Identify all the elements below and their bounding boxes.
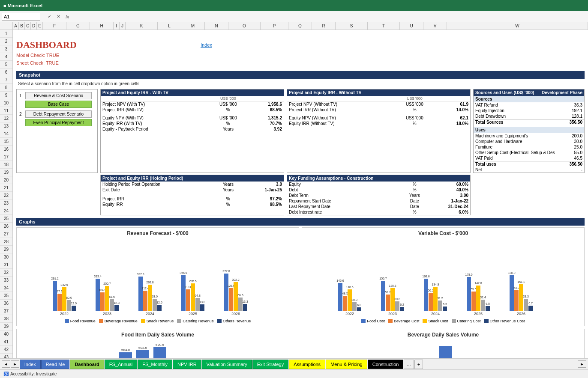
row-num-33[interactable]: 33 [0, 277, 12, 284]
tab-menu-pricing[interactable]: Menu & Pricing [326, 360, 367, 369]
row-num-6[interactable]: 6 [0, 68, 12, 76]
holding-row-1: Holding Period Post Operation Years 3.0 [101, 182, 284, 187]
tab-more[interactable]: ... [404, 360, 414, 369]
row-num-34[interactable]: 34 [0, 284, 12, 292]
svg-text:2023: 2023 [103, 312, 111, 316]
row-num-22[interactable]: 22 [0, 192, 12, 199]
svg-rect-58 [438, 301, 442, 311]
row-num-2[interactable]: 2 [0, 38, 12, 45]
row-num-26[interactable]: 26 [0, 223, 12, 230]
col-f[interactable]: F [43, 22, 66, 30]
col-k[interactable]: K [126, 22, 158, 30]
bar [138, 277, 143, 311]
tab-read-me[interactable]: Read Me [41, 360, 70, 369]
row-num-28[interactable]: 28 [0, 238, 12, 246]
check-icon[interactable]: ✓ [46, 14, 53, 19]
tab-prev-icon[interactable]: ◄ [2, 360, 10, 368]
tab-assumptions[interactable]: Assumptions [289, 360, 325, 369]
scenario2-button[interactable]: Debt Repayment Scenario [25, 110, 92, 118]
tab-npv-irr[interactable]: NPV-IRR [173, 360, 201, 369]
tab-fs-annual[interactable]: FS_Annual [105, 360, 137, 369]
scenario2-value[interactable]: Even Principal Repayment [25, 119, 92, 126]
cancel-icon[interactable]: ✕ [55, 14, 62, 19]
row-num-41[interactable]: 41 [0, 338, 12, 346]
col-u[interactable]: U [400, 22, 423, 30]
tab-construction[interactable]: Construction [368, 360, 404, 369]
bar [229, 288, 233, 311]
row-num-32[interactable]: 32 [0, 269, 12, 277]
row-num-31[interactable]: 31 [0, 261, 12, 269]
row-num-10[interactable]: 10 [0, 99, 12, 107]
col-l[interactable]: L [158, 22, 181, 30]
row-num-25[interactable]: 25 [0, 215, 12, 223]
row-num-42[interactable]: 42 [0, 346, 12, 354]
legend-other-revenue-cost: Other Revenue Cost [484, 319, 525, 323]
row-num-13[interactable]: 13 [0, 122, 12, 130]
row-num-21[interactable]: 21 [0, 184, 12, 192]
row-num-5[interactable]: 5 [0, 61, 12, 68]
scenario1-button[interactable]: Revenue & Cost Scenario [25, 92, 92, 99]
row-num-12[interactable]: 12 [0, 115, 12, 122]
col-g[interactable]: G [66, 22, 90, 30]
col-h[interactable]: H [90, 22, 114, 30]
row-num-15[interactable]: 15 [0, 138, 12, 146]
col-a[interactable]: A [13, 22, 19, 30]
variable-cost-chart-title: Variable Cost - $'000 [305, 230, 582, 236]
col-w[interactable]: W [447, 22, 588, 30]
row-num-4[interactable]: 4 [0, 53, 12, 61]
row-num-23[interactable]: 23 [0, 199, 12, 207]
col-j[interactable]: J [120, 22, 126, 30]
index-link[interactable]: Index [201, 42, 212, 48]
col-o[interactable]: O [228, 22, 261, 30]
col-t[interactable]: T [368, 22, 400, 30]
col-i[interactable]: I [114, 22, 120, 30]
tab-valuation-summary[interactable]: Valuation Summary [202, 360, 252, 369]
row-num-39[interactable]: 39 [0, 323, 12, 330]
row-num-37[interactable]: 37 [0, 307, 12, 315]
row-num-43[interactable]: 43 [0, 354, 12, 358]
row-num-17[interactable]: 17 [0, 153, 12, 161]
col-p[interactable]: P [261, 22, 288, 30]
scenario1-value[interactable]: Base Case [25, 101, 92, 108]
tab-exit-strategy[interactable]: Exit Strategy [252, 360, 288, 369]
row-num-8[interactable]: 8 [0, 84, 12, 92]
col-d[interactable]: D [31, 22, 37, 30]
col-b[interactable]: B [19, 22, 25, 30]
col-s[interactable]: S [336, 22, 368, 30]
row-num-35[interactable]: 35 [0, 292, 12, 300]
row-num-1[interactable]: 1 [0, 30, 12, 38]
col-e[interactable]: E [37, 22, 43, 30]
row-num-3[interactable]: 3 [0, 45, 12, 53]
col-m[interactable]: M [181, 22, 205, 30]
tab-fs-monthly[interactable]: FS_Monthly [138, 360, 172, 369]
formula-input[interactable] [73, 14, 586, 19]
row-num-36[interactable]: 36 [0, 300, 12, 307]
column-headers: A B C D E F G H I J K L M N O P Q R S T … [0, 22, 588, 30]
tab-next-icon[interactable]: ► [11, 360, 19, 368]
col-q[interactable]: Q [288, 22, 312, 30]
tab-dashboard[interactable]: Dashboard [70, 360, 104, 369]
row-num-14[interactable]: 14 [0, 130, 12, 138]
tab-scroll-right-icon[interactable]: ► [578, 360, 586, 368]
row-num-20[interactable]: 20 [0, 176, 12, 184]
col-r[interactable]: R [312, 22, 336, 30]
row-num-7[interactable]: 7 [0, 76, 12, 84]
tab-add[interactable]: + [414, 360, 423, 369]
col-n[interactable]: N [205, 22, 228, 30]
row-num-30[interactable]: 30 [0, 253, 12, 261]
tab-index[interactable]: Index [20, 360, 41, 369]
row-num-18[interactable]: 18 [0, 161, 12, 169]
row-num-27[interactable]: 27 [0, 230, 12, 238]
cell-reference[interactable]: A1 [2, 13, 40, 21]
row-num-9[interactable]: 9 [0, 92, 12, 99]
row-num-40[interactable]: 40 [0, 330, 12, 338]
row-num-11[interactable]: 11 [0, 107, 12, 115]
row-num-38[interactable]: 38 [0, 315, 12, 323]
svg-rect-49 [400, 307, 404, 311]
col-v[interactable]: V [423, 22, 447, 30]
row-num-24[interactable]: 24 [0, 207, 12, 215]
col-c[interactable]: C [25, 22, 31, 30]
row-num-29[interactable]: 29 [0, 246, 12, 253]
row-num-19[interactable]: 19 [0, 169, 12, 176]
row-num-16[interactable]: 16 [0, 146, 12, 153]
